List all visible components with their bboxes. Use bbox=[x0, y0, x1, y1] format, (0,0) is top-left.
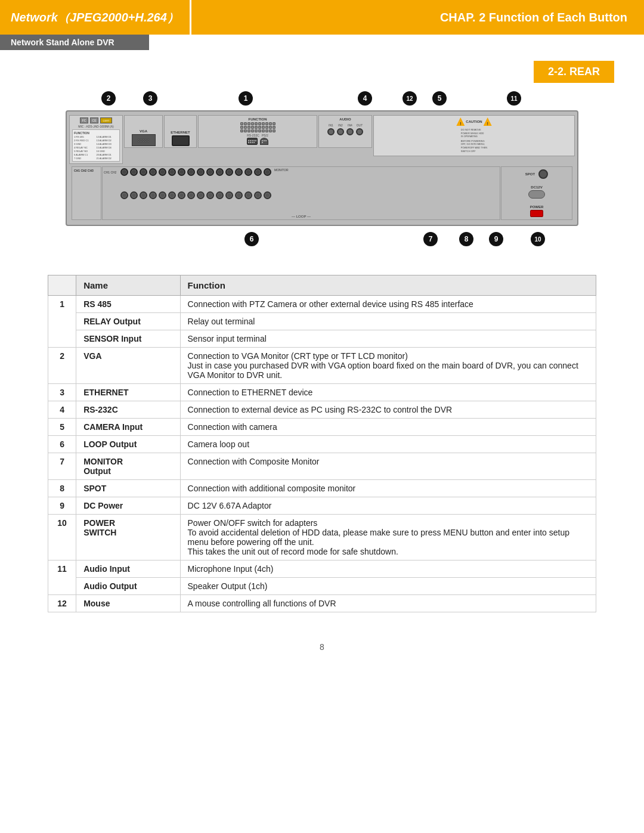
panel-audio: AUDIO IN1 IN2 IN4 OUT bbox=[318, 115, 372, 148]
row-name: RS 485 bbox=[76, 296, 180, 313]
anno-1: 1 bbox=[239, 91, 253, 106]
panel-vga: VGA bbox=[124, 115, 163, 148]
row-function: Connection to ETHERNET device bbox=[180, 384, 596, 401]
row-name: RELAY Output bbox=[76, 313, 180, 330]
row-num: 12 bbox=[48, 595, 76, 612]
header-right-bg: CHAP. 2 Function of Each Button bbox=[190, 0, 644, 35]
row-name: POWERSWITCH bbox=[76, 515, 180, 561]
anno-10: 10 bbox=[531, 232, 545, 246]
col-num-header bbox=[48, 275, 76, 296]
anno-12: 12 bbox=[402, 91, 417, 106]
header: Network（JPEG2000+H.264） CHAP. 2 Function… bbox=[0, 0, 644, 35]
table-row: Audio Output Speaker Output (1ch) bbox=[48, 578, 596, 595]
table-row: 9 DC Power DC 12V 6.67A Adaptor bbox=[48, 497, 596, 515]
table-row: 7 MONITOROutput Connection with Composit… bbox=[48, 453, 596, 480]
anno-9: 9 bbox=[489, 232, 503, 246]
row-name: Mouse bbox=[76, 595, 180, 612]
table-row: 10 POWERSWITCH Power ON/OFF switch for a… bbox=[48, 515, 596, 561]
row-name: SPOT bbox=[76, 480, 180, 497]
table-row: SENSOR Input Sensor input terminal bbox=[48, 330, 596, 348]
dvr-panel: FC CE CERT MIC : ADS-JAD-1609M (A) FUNCT… bbox=[66, 110, 578, 226]
table-row: 3 ETHERNET Connection to ETHERNET device bbox=[48, 384, 596, 401]
row-num: 7 bbox=[48, 453, 76, 480]
anno-2: 2 bbox=[101, 91, 116, 106]
anno-6: 6 bbox=[244, 232, 259, 246]
row-name: MONITOROutput bbox=[76, 453, 180, 480]
row-function: Microphone Input (4ch) bbox=[180, 561, 596, 578]
anno-11: 11 bbox=[507, 91, 521, 106]
row-name: VGA bbox=[76, 348, 180, 384]
row-num: 8 bbox=[48, 480, 76, 497]
page-number: 8 bbox=[0, 630, 644, 658]
row-num: 9 bbox=[48, 497, 76, 515]
panel-camera-inputs: CH1 CH2 bbox=[102, 166, 500, 220]
table-row: 1 RS 485 Connection with PTZ Camera or o… bbox=[48, 296, 596, 313]
row-name: Audio Output bbox=[76, 578, 180, 595]
row-name: Audio Input bbox=[76, 561, 180, 578]
panel-right-section: SPOT DC12V POWER bbox=[501, 166, 572, 220]
row-function: Connection with additional composite mon… bbox=[180, 480, 596, 497]
header-title-left: Network（JPEG2000+H.264） bbox=[11, 10, 179, 26]
anno-7: 7 bbox=[423, 232, 438, 246]
row-function: Relay out terminal bbox=[180, 313, 596, 330]
row-name: RS-232C bbox=[76, 401, 180, 419]
sub-header-title: Network Stand Alone DVR bbox=[11, 38, 114, 47]
panel-ethernet: ETHERNET bbox=[164, 115, 197, 148]
row-num: 6 bbox=[48, 436, 76, 453]
header-title-right: CHAP. 2 Function of Each Button bbox=[440, 11, 627, 24]
row-function: Camera loop out bbox=[180, 436, 596, 453]
row-num: 3 bbox=[48, 384, 76, 401]
function-table: Name Function 1 RS 485 Connection with P… bbox=[48, 275, 596, 612]
row-name: SENSOR Input bbox=[76, 330, 180, 348]
anno-5: 5 bbox=[432, 91, 447, 106]
header-left-bg: Network（JPEG2000+H.264） bbox=[0, 0, 190, 35]
table-row: 5 CAMERA Input Connection with camera bbox=[48, 419, 596, 436]
anno-3: 3 bbox=[143, 91, 157, 106]
col-function-header: Function bbox=[180, 275, 596, 296]
row-function: Power ON/OFF switch for adaptersTo avoid… bbox=[180, 515, 596, 561]
row-name: CAMERA Input bbox=[76, 419, 180, 436]
row-function: Connection to external device as PC usin… bbox=[180, 401, 596, 419]
col-name-header: Name bbox=[76, 275, 180, 296]
table-row: 8 SPOT Connection with additional compos… bbox=[48, 480, 596, 497]
row-function: DC 12V 6.67A Adaptor bbox=[180, 497, 596, 515]
row-function: Connection with camera bbox=[180, 419, 596, 436]
table-row: RELAY Output Relay out terminal bbox=[48, 313, 596, 330]
table-row: 11 Audio Input Microphone Input (4ch) bbox=[48, 561, 596, 578]
row-num: 1 bbox=[48, 296, 76, 348]
sub-header: Network Stand Alone DVR bbox=[0, 35, 149, 50]
row-function: A mouse controlling all functions of DVR bbox=[180, 595, 596, 612]
table-row: 6 LOOP Output Camera loop out bbox=[48, 436, 596, 453]
section-rear-label: 2-2. REAR bbox=[534, 61, 614, 83]
row-name: DC Power bbox=[76, 497, 180, 515]
table-header-row: Name Function bbox=[48, 275, 596, 296]
row-num: 2 bbox=[48, 348, 76, 384]
panel-logos: FC CE CERT MIC : ADS-JAD-1609M (A) FUNCT… bbox=[69, 115, 123, 164]
table-row: 12 Mouse A mouse controlling all functio… bbox=[48, 595, 596, 612]
row-num: 10 bbox=[48, 515, 76, 561]
anno-4: 4 bbox=[358, 91, 372, 106]
panel-caution: ! CAUTION ! DO NOT REMOVE POWER WHILE HD… bbox=[373, 115, 575, 156]
row-num: 5 bbox=[48, 419, 76, 436]
row-function: Sensor input terminal bbox=[180, 330, 596, 348]
panel-left-section: CH1 CH2 CH3 bbox=[72, 166, 101, 220]
row-num: 4 bbox=[48, 401, 76, 419]
bottom-annotations: 6 7 8 9 10 bbox=[66, 227, 578, 251]
row-num: 11 bbox=[48, 561, 76, 595]
table-row: 2 VGA Connection to VGA Monitor (CRT typ… bbox=[48, 348, 596, 384]
table-row: 4 RS-232C Connection to external device … bbox=[48, 401, 596, 419]
row-function: Speaker Output (1ch) bbox=[180, 578, 596, 595]
row-name: ETHERNET bbox=[76, 384, 180, 401]
row-function: Connection to VGA Monitor (CRT type or T… bbox=[180, 348, 596, 384]
row-name: LOOP Output bbox=[76, 436, 180, 453]
row-function: Connection with PTZ Camera or other exte… bbox=[180, 296, 596, 313]
top-annotations: 2 3 1 4 12 5 11 bbox=[66, 89, 578, 110]
anno-8: 8 bbox=[459, 232, 473, 246]
row-function: Connection with Composite Monitor bbox=[180, 453, 596, 480]
panel-function: FUNCTION bbox=[198, 115, 317, 148]
diagram-area: 2 3 1 4 12 5 11 FC CE CERT MIC : ADS-JAD… bbox=[36, 89, 608, 257]
